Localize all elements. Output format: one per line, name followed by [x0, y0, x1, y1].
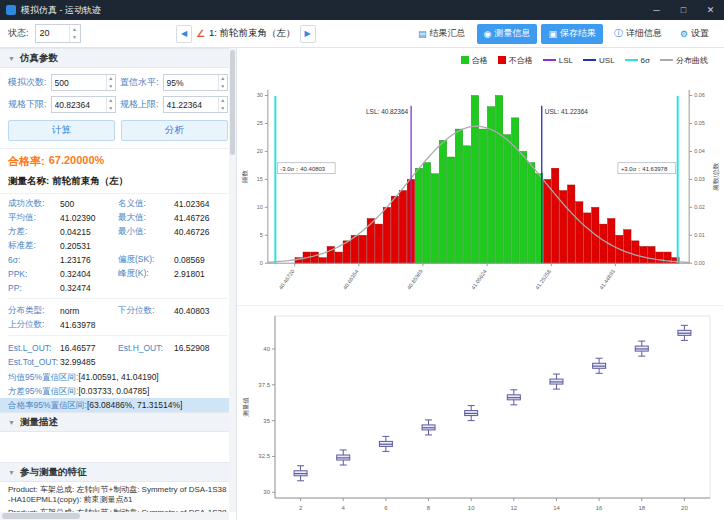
svg-text:32.5: 32.5	[258, 453, 270, 459]
sim-count-label: 模拟次数:	[8, 76, 47, 89]
legend-sigma[interactable]: 6σ	[625, 56, 650, 65]
svg-text:0.03: 0.03	[694, 176, 705, 182]
close-button[interactable]: ✕	[697, 0, 724, 20]
calculate-button[interactable]: 计算	[8, 120, 115, 141]
svg-text:0.02: 0.02	[694, 204, 705, 210]
stepper-up-icon[interactable]: ▲	[70, 25, 80, 34]
sim-params-form: 模拟次数: ▲▼ 置信水平: ▲▼ 规格下限: ▲▼ 规格上限: ▲▼	[0, 68, 236, 117]
pass-swatch-icon	[461, 56, 469, 64]
svg-text:41.05624: 41.05624	[470, 268, 488, 290]
toolbar-buttons: ▤结果汇总 ◉测量信息 ▣保存结果 ⓘ详细信息 ⚙设置	[411, 24, 716, 44]
save-result-button[interactable]: ▣保存结果	[541, 24, 603, 44]
svg-text:40.46720: 40.46720	[278, 268, 296, 290]
scrollbar-thumb[interactable]	[2, 513, 80, 519]
sim-params-header[interactable]: ▼ 仿真参数	[0, 48, 236, 68]
legend-curve[interactable]: 分布曲线	[660, 55, 708, 66]
statistic-row: 平均值:41.02390最大值:41.46726	[8, 211, 228, 225]
histogram-block: 合格 不合格 LSL USL 6σ 分布曲线 LSL: 40.82364USL:…	[237, 48, 724, 306]
divider	[8, 335, 228, 336]
svg-text:0.04: 0.04	[694, 148, 705, 154]
svg-text:0.00: 0.00	[694, 260, 705, 266]
usl-field[interactable]: ▲▼	[163, 96, 228, 113]
estimation-row: Est.Tot_OUT:32.99485	[8, 355, 228, 369]
feature-item[interactable]: Product: 车架总成: 左转向节+制动盘: Symmetry of DSA…	[8, 485, 228, 505]
passrate-ci-row[interactable]: 合格率95%置信区间:[63.08486%, 71.31514%]	[0, 398, 236, 412]
svg-text:40: 40	[263, 346, 270, 352]
panel-vertical-scrollbar[interactable]	[229, 48, 236, 512]
status-stepper[interactable]: 20 ▲▼	[35, 24, 81, 43]
save-icon: ▣	[548, 29, 557, 39]
sigma-line-icon	[625, 59, 638, 61]
usl-label: 规格上限:	[120, 98, 159, 111]
detail-info-button[interactable]: ⓘ详细信息	[607, 24, 669, 44]
svg-text:LSL: 40.82364: LSL: 40.82364	[366, 108, 408, 115]
lsl-field[interactable]: ▲▼	[51, 96, 116, 113]
estimation-row: Est.L_OUT:16.46577Est.H_OUT:16.52908	[8, 341, 228, 355]
svg-text:30: 30	[263, 489, 270, 495]
legend-fail[interactable]: 不合格	[498, 55, 533, 66]
next-measurement-button[interactable]: ▶	[300, 25, 316, 43]
statistic-row: 成功次数:500名义值:41.02364	[8, 197, 228, 211]
prev-measurement-button[interactable]: ◀	[176, 25, 192, 43]
svg-text:30: 30	[257, 92, 263, 98]
result-summary-button[interactable]: ▤结果汇总	[411, 24, 473, 44]
measurement-name: 测量名称: 前轮前束角（左）	[0, 172, 236, 194]
stepper-arrows-icon[interactable]: ▲▼	[218, 75, 227, 90]
analyze-button[interactable]: 分析	[121, 120, 228, 141]
pass-rate-value: 67.20000%	[49, 154, 105, 169]
measurement-selector: ◀ ∠ 1: 前轮前束角（左） ▶	[176, 25, 316, 43]
statistics-table: 成功次数:500名义值:41.02364平均值:41.02390最大值:41.4…	[0, 194, 236, 296]
svg-text:41.44893: 41.44893	[598, 268, 616, 290]
measure-info-button[interactable]: ◉测量信息	[477, 24, 538, 44]
svg-text:35: 35	[263, 418, 270, 424]
mean-ci-row: 均值95%置信区间:[41.00591, 41.04190]	[0, 370, 236, 384]
app-window: 模拟仿真 - 运动轨迹 ─ □ ✕ 状态: 20 ▲▼ ◀ ∠ 1: 前轮前束角…	[0, 0, 724, 520]
measure-desc-header[interactable]: ▼ 测量描述	[0, 412, 236, 432]
sim-count-field[interactable]: ▲▼	[51, 74, 116, 91]
stepper-arrows-icon[interactable]: ▲▼	[106, 97, 115, 112]
svg-text:12: 12	[510, 505, 517, 511]
svg-text:8: 8	[427, 505, 431, 511]
action-buttons: 计算 分析	[0, 117, 236, 148]
svg-text:2: 2	[299, 505, 303, 511]
svg-text:6: 6	[384, 505, 388, 511]
svg-text:37.5: 37.5	[258, 382, 270, 388]
panel-horizontal-scrollbar[interactable]	[0, 512, 229, 520]
divider	[8, 298, 228, 299]
toolbar: 状态: 20 ▲▼ ◀ ∠ 1: 前轮前束角（左） ▶ ▤结果汇总 ◉测量信息 …	[0, 20, 724, 48]
distribution-row: 上分位数:41.63978	[8, 318, 228, 332]
svg-text:4: 4	[342, 505, 346, 511]
svg-text:0.05: 0.05	[694, 120, 705, 126]
svg-text:测量值: 测量值	[242, 397, 250, 417]
distribution-row: 分布类型:norm下分位数:40.40803	[8, 304, 228, 318]
boxplot-block: 24681012141618203032.53537.540测量值	[237, 306, 724, 520]
status-value[interactable]: 20	[36, 25, 69, 42]
status-stepper-arrows[interactable]: ▲▼	[69, 25, 80, 42]
svg-text:10: 10	[468, 505, 475, 511]
scrollbar-thumb[interactable]	[230, 50, 235, 155]
features-header[interactable]: ▼ 参与测量的特征	[0, 462, 236, 482]
histogram-chart: LSL: 40.82364USL: 41.22364-3.0σ：40.40803…	[237, 68, 724, 305]
chevron-down-icon: ▼	[8, 55, 15, 62]
measure-desc-content	[0, 432, 236, 462]
stepper-arrows-icon[interactable]: ▲▼	[218, 97, 227, 112]
minimize-button[interactable]: ─	[643, 0, 670, 20]
pass-rate: 合格率: 67.20000%	[0, 148, 236, 172]
svg-text:20: 20	[681, 505, 688, 511]
svg-text:0.01: 0.01	[694, 232, 705, 238]
svg-text:18: 18	[638, 505, 645, 511]
confidence-field[interactable]: ▲▼	[163, 74, 228, 91]
stepper-down-icon[interactable]: ▼	[70, 34, 80, 43]
legend-pass[interactable]: 合格	[461, 55, 488, 66]
gear-icon: ⚙	[680, 29, 688, 39]
legend-lsl[interactable]: LSL	[543, 56, 573, 65]
legend-usl[interactable]: USL	[583, 56, 615, 65]
confidence-label: 置信水平:	[120, 76, 159, 89]
stepper-arrows-icon[interactable]: ▲▼	[106, 75, 115, 90]
settings-button[interactable]: ⚙设置	[673, 24, 716, 44]
info-icon: ◉	[484, 29, 492, 39]
maximize-button[interactable]: □	[670, 0, 697, 20]
svg-text:10: 10	[257, 204, 263, 210]
svg-text:USL: 41.22364: USL: 41.22364	[545, 108, 589, 115]
svg-text:频数/总数: 频数/总数	[712, 162, 719, 191]
